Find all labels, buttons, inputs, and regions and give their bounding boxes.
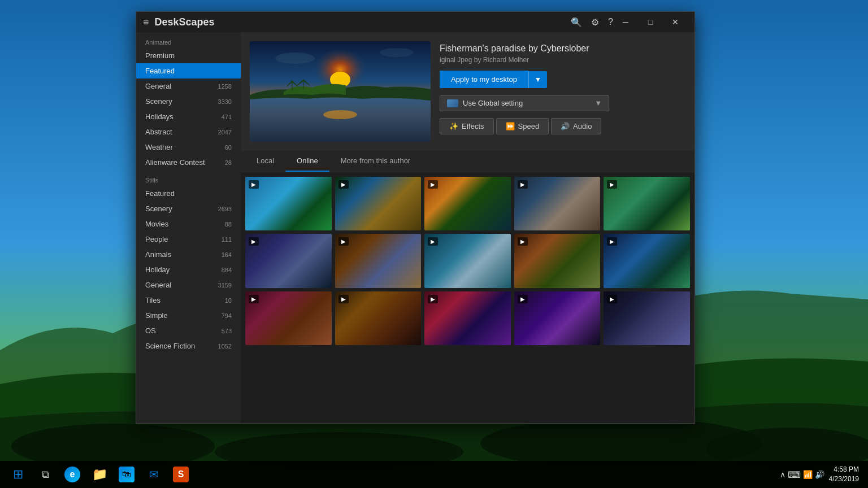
app5-button[interactable]: S (168, 462, 193, 487)
system-tray-icons: ∧ ⌨ 📶 🔊 (780, 469, 824, 480)
start-button[interactable]: ⊞ (6, 462, 31, 487)
video-badge: ▶ (249, 180, 259, 189)
gallery-item[interactable]: ▶ (604, 234, 690, 287)
gallery-item[interactable]: ▶ (604, 291, 690, 345)
gallery-item[interactable]: ▶ (604, 177, 690, 230)
monitor-label: Use Global setting (463, 99, 523, 107)
store-button[interactable]: 🛍 (114, 462, 139, 487)
content-tabs: Local Online More from this author (241, 151, 695, 172)
mail-icon: ✉ (149, 468, 159, 481)
tab-online[interactable]: Online (285, 151, 329, 172)
apply-dropdown-button[interactable]: ▼ (528, 71, 547, 88)
preview-subtitle: iginal Jpeg by Richard Molher (440, 56, 685, 64)
mail-button[interactable]: ✉ (141, 462, 166, 487)
video-badge: ▶ (338, 237, 349, 246)
sidebar-item-holiday[interactable]: Holiday 884 (136, 262, 241, 277)
video-badge: ▶ (338, 295, 349, 303)
monitor-icon (447, 99, 458, 107)
search-icon[interactable]: 🔍 (571, 17, 582, 28)
video-badge: ▶ (518, 295, 528, 303)
preview-image (250, 41, 431, 142)
gallery-grid: ▶ ▶ ▶ ▶ ▶ (245, 177, 690, 345)
gallery-item[interactable]: ▶ (335, 234, 422, 287)
gallery-item[interactable]: ▶ (245, 234, 332, 287)
header-actions: 🔍 ⚙ ? (571, 12, 613, 32)
sidebar-item-abstract[interactable]: Abstract 2047 (136, 124, 241, 140)
gallery-item[interactable]: ▶ (245, 291, 332, 345)
monitor-select[interactable]: Use Global setting ▼ (440, 95, 609, 111)
apply-button[interactable]: Apply to my desktop (440, 71, 528, 88)
menu-icon[interactable]: ≡ (143, 16, 149, 28)
edge-button[interactable]: e (60, 462, 85, 487)
sidebar-item-movies[interactable]: Movies 88 (136, 216, 241, 232)
close-button[interactable]: ✕ (663, 12, 688, 32)
sidebar-item-general-animated[interactable]: General 1258 (136, 79, 241, 94)
sidebar-item-scenery-animated[interactable]: Scenery 3330 (136, 94, 241, 109)
sidebar-item-alienware[interactable]: Alienware Contest 28 (136, 155, 241, 170)
sidebar-item-simple[interactable]: Simple 794 (136, 308, 241, 323)
apply-button-group: Apply to my desktop ▼ (440, 71, 547, 88)
sidebar-item-science-fiction[interactable]: Science Fiction 1052 (136, 338, 241, 354)
gallery-item[interactable]: ▶ (514, 291, 601, 345)
speed-icon: ⏩ (506, 122, 515, 130)
gallery-item[interactable]: ▶ (424, 234, 511, 287)
sidebar-item-premium[interactable]: Premium (136, 48, 241, 63)
network-icon[interactable]: 📶 (803, 470, 813, 479)
keyboard-icon[interactable]: ⌨ (788, 469, 801, 480)
effects-button[interactable]: ✨ Effects (440, 118, 494, 134)
gallery-item[interactable]: ▶ (424, 291, 511, 345)
gallery-item[interactable]: ▶ (514, 177, 601, 230)
gallery-item[interactable]: ▶ (514, 234, 601, 287)
audio-button[interactable]: 🔊 Audio (551, 118, 601, 134)
task-view-icon: ⧉ (42, 469, 49, 481)
preview-title: Fisherman's paradise by Cyberslober (440, 43, 685, 54)
taskbar-right: ∧ ⌨ 📶 🔊 4:58 PM 4/23/2019 (780, 465, 863, 484)
svg-point-10 (275, 53, 315, 64)
gallery-container[interactable]: ▶ ▶ ▶ ▶ ▶ (241, 172, 695, 423)
app5-icon: S (173, 467, 189, 482)
sidebar-item-featured-animated[interactable]: Featured (136, 63, 241, 79)
sidebar-item-scenery-stills[interactable]: Scenery 2693 (136, 201, 241, 216)
monitor-dropdown-icon: ▼ (594, 99, 602, 107)
sidebar-item-os[interactable]: OS 573 (136, 323, 241, 338)
audio-icon: 🔊 (561, 122, 570, 130)
video-badge: ▶ (338, 180, 349, 189)
task-view-button[interactable]: ⧉ (33, 462, 58, 487)
clock-date: 4/23/2019 (829, 474, 859, 484)
video-badge: ▶ (249, 237, 259, 246)
maximize-button[interactable]: □ (638, 12, 663, 32)
explorer-button[interactable]: 📁 (87, 462, 112, 487)
speed-button[interactable]: ⏩ Speed (496, 118, 549, 134)
sidebar-item-weather[interactable]: Weather 60 (136, 140, 241, 155)
sidebar-section-stills: Stills (136, 170, 241, 186)
window-controls: 🔍 ⚙ ? ─ □ ✕ (571, 12, 688, 32)
settings-icon[interactable]: ⚙ (591, 17, 599, 28)
title-bar: ≡ DeskScapes 🔍 ⚙ ? ─ □ ✕ (136, 12, 695, 32)
video-badge: ▶ (249, 295, 259, 303)
video-badge: ▶ (607, 180, 617, 189)
gallery-item[interactable]: ▶ (424, 177, 511, 230)
gallery-item[interactable]: ▶ (245, 177, 332, 230)
gallery-item[interactable]: ▶ (335, 291, 422, 345)
sidebar-item-general-stills[interactable]: General 3159 (136, 277, 241, 293)
help-icon[interactable]: ? (608, 17, 613, 27)
sidebar-item-featured-stills[interactable]: Featured (136, 186, 241, 201)
volume-icon[interactable]: 🔊 (815, 470, 824, 479)
sidebar-item-tiles[interactable]: Tiles 10 (136, 293, 241, 308)
sidebar-item-holidays[interactable]: Holidays 471 (136, 109, 241, 124)
clock[interactable]: 4:58 PM 4/23/2019 (829, 465, 859, 484)
edge-icon: e (64, 467, 80, 482)
sidebar-section-animated: Animated (136, 32, 241, 48)
preview-action-tabs: ✨ Effects ⏩ Speed 🔊 Audio (440, 118, 685, 134)
sidebar-item-people[interactable]: People 111 (136, 232, 241, 247)
minimize-button[interactable]: ─ (613, 12, 638, 32)
speed-label: Speed (518, 122, 540, 130)
tab-local[interactable]: Local (245, 151, 285, 172)
preview-section: Fisherman's paradise by Cyberslober igin… (241, 32, 695, 151)
gallery-item[interactable]: ▶ (335, 177, 422, 230)
sidebar: Animated Premium Featured General 1258 S… (136, 32, 241, 423)
explorer-icon: 📁 (92, 467, 107, 482)
tab-more-from-author[interactable]: More from this author (329, 151, 422, 172)
tray-arrow[interactable]: ∧ (780, 470, 785, 479)
sidebar-item-animals[interactable]: Animals 164 (136, 247, 241, 262)
